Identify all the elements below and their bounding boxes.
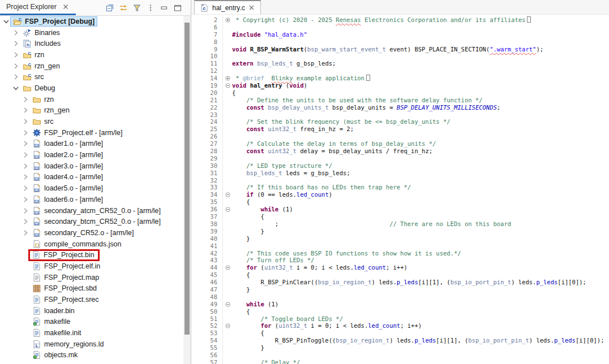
tree-item-src[interactable]: src: [0, 116, 183, 127]
code-line[interactable]: 39 }: [191, 228, 609, 235]
code-text[interactable]: const bsp_delay_units_t bsp_delay_units …: [232, 104, 609, 111]
tree-item-secondary-atcm-cr52-0-o-arm-le[interactable]: 010secondary_atcm_CR52_0.o - [arm/le]: [0, 205, 183, 216]
code-line[interactable]: 31 bsp_leds_t leds = g_bsp_leds;: [191, 170, 609, 177]
code-line[interactable]: 35 {: [191, 198, 609, 206]
fold-collapse-icon[interactable]: [222, 206, 232, 213]
line-number[interactable]: 34: [191, 191, 222, 198]
code-text[interactable]: [232, 293, 609, 301]
code-line[interactable]: 32: [191, 177, 609, 184]
tree-scrollbar[interactable]: [183, 16, 191, 364]
tree-item-fsp-project-bin[interactable]: FSP_Project.bin: [0, 249, 183, 261]
code-text[interactable]: /* If this board has no LEDs then trap h…: [232, 184, 609, 191]
code-line[interactable]: 23: [191, 111, 609, 119]
code-line[interactable]: 6: [191, 24, 609, 31]
code-line[interactable]: 21 /* Define the units to be used with t…: [191, 97, 609, 104]
tree-item-fsp-project-debug[interactable]: CFSP_Project [Debug]: [0, 16, 183, 27]
code-text[interactable]: ; // There are no LEDs on this board: [232, 220, 609, 228]
code-line[interactable]: 9void R_BSP_WarmStart(bsp_warm_start_eve…: [191, 46, 609, 53]
code-line[interactable]: 2 * Copyright (c) 2020 - 2025 Renesas El…: [191, 16, 609, 24]
code-text[interactable]: /* Toggle board LEDs */: [232, 315, 609, 323]
code-text[interactable]: R_BSP_PinClear((bsp_io_region_t) leds.p_…: [232, 279, 609, 286]
code-text[interactable]: /* Define the units to be used with the …: [232, 97, 609, 104]
code-line[interactable]: 12: [191, 67, 609, 75]
code-text[interactable]: R_BSP_PinToggle((bsp_io_region_t) leds.p…: [232, 337, 609, 344]
code-editor[interactable]: 2 * Copyright (c) 2020 - 2025 Renesas El…: [191, 15, 609, 364]
line-number[interactable]: 6: [191, 24, 222, 31]
code-text[interactable]: const uint32_t freq_in_hz = 2;: [232, 125, 609, 133]
line-number[interactable]: 29: [191, 155, 222, 162]
line-number[interactable]: 11: [191, 60, 222, 67]
code-line[interactable]: 46 R_BSP_PinClear((bsp_io_region_t) leds…: [191, 279, 609, 286]
code-text[interactable]: while (1): [232, 301, 609, 308]
tree-item-loader2-o-arm-le[interactable]: 010loader2.o - [arm/le]: [0, 149, 183, 161]
code-text[interactable]: [232, 111, 609, 119]
chevron-right-icon[interactable]: [21, 96, 29, 103]
close-icon[interactable]: [61, 2, 71, 12]
chevron-right-icon[interactable]: [11, 73, 20, 81]
code-text[interactable]: /* LED type structure */: [232, 162, 609, 170]
tree-item-memory-regions-ld[interactable]: Lmemory_regions.ld: [0, 339, 183, 350]
line-number[interactable]: 54: [191, 337, 222, 344]
code-line[interactable]: 41: [191, 242, 609, 250]
code-line[interactable]: 45 {: [191, 271, 609, 279]
folded-region-icon[interactable]: [366, 75, 370, 81]
line-number[interactable]: 57: [191, 359, 222, 364]
line-number[interactable]: 30: [191, 162, 222, 170]
tree-item-rzn-gen[interactable]: Crzn_gen: [0, 60, 183, 72]
fold-collapse-icon[interactable]: [222, 191, 232, 198]
code-text[interactable]: [232, 133, 609, 140]
tree-item-loader-bin[interactable]: loader.bin: [0, 305, 183, 317]
code-line[interactable]: 29: [191, 155, 609, 162]
code-line[interactable]: 49 while (1): [191, 301, 609, 308]
line-number[interactable]: 9: [191, 46, 222, 53]
code-line[interactable]: 22 const bsp_delay_units_t bsp_delay_uni…: [191, 104, 609, 111]
tree-item-debug[interactable]: Debug: [0, 83, 183, 94]
fold-collapse-icon[interactable]: [222, 301, 232, 308]
chevron-right-icon[interactable]: [21, 162, 29, 170]
code-text[interactable]: /* Turn off LEDs */: [232, 257, 609, 264]
code-line[interactable]: 52 for (uint32_t i = 0; i < leds.led_cou…: [191, 322, 609, 330]
line-number[interactable]: 20: [191, 89, 222, 97]
code-text[interactable]: /* This code uses BSP IO functions to sh…: [232, 250, 609, 257]
collapse-all-icon[interactable]: [105, 3, 115, 13]
line-number[interactable]: 35: [191, 198, 222, 206]
tree-item-loader4-o-arm-le[interactable]: 010loader4.o - [arm/le]: [0, 172, 183, 183]
code-text[interactable]: {: [232, 89, 609, 97]
chevron-right-icon[interactable]: [21, 218, 29, 226]
line-number[interactable]: 46: [191, 279, 222, 286]
code-line[interactable]: 37 {: [191, 213, 609, 220]
code-line[interactable]: 27 /* Calculate the delay in terms of bs…: [191, 140, 609, 148]
code-line[interactable]: 54 R_BSP_PinToggle((bsp_io_region_t) led…: [191, 337, 609, 344]
code-text[interactable]: /* Delay */: [232, 359, 609, 364]
line-number[interactable]: 43: [191, 257, 222, 264]
code-text[interactable]: [232, 38, 609, 46]
line-number[interactable]: 33: [191, 184, 222, 191]
code-text[interactable]: }: [232, 344, 609, 352]
tree-item-loader6-o-arm-le[interactable]: 010loader6.o - [arm/le]: [0, 194, 183, 205]
line-number[interactable]: 52: [191, 322, 222, 330]
line-number[interactable]: 8: [191, 38, 222, 46]
chevron-right-icon[interactable]: [11, 51, 20, 59]
line-number[interactable]: 24: [191, 118, 222, 125]
code-line[interactable]: 51 /* Toggle board LEDs */: [191, 315, 609, 323]
code-text[interactable]: extern bsp_leds_t g_bsp_leds;: [232, 60, 609, 67]
tree-item-secondary-cr52-o-arm-le[interactable]: 010secondary_CR52.o - [arm/le]: [0, 227, 183, 239]
chevron-right-icon[interactable]: [11, 29, 20, 37]
code-text[interactable]: [232, 242, 609, 250]
code-line[interactable]: 34 if (0 == leds.led_count): [191, 191, 609, 198]
line-number[interactable]: 26: [191, 133, 222, 140]
tree-item-objects-mk[interactable]: objects.mk: [0, 350, 183, 361]
line-number[interactable]: 56: [191, 352, 222, 359]
line-number[interactable]: 39: [191, 228, 222, 235]
chevron-right-icon[interactable]: [11, 40, 20, 47]
code-text[interactable]: for (uint32_t i = 0; i < leds.led_count;…: [232, 264, 609, 271]
code-line[interactable]: 30 /* LED type structure */: [191, 162, 609, 170]
tree-item-makefile-init[interactable]: makefile.init: [0, 327, 183, 339]
fold-collapse-icon[interactable]: [222, 322, 232, 330]
line-number[interactable]: 53: [191, 330, 222, 337]
tree-item-loader5-o-arm-le[interactable]: 010loader5.o - [arm/le]: [0, 183, 183, 194]
tree-item-rzn[interactable]: rzn: [0, 94, 183, 105]
code-line[interactable]: 57 /* Delay */: [191, 359, 609, 364]
chevron-right-icon[interactable]: [21, 173, 29, 181]
code-line[interactable]: 20{: [191, 89, 609, 97]
